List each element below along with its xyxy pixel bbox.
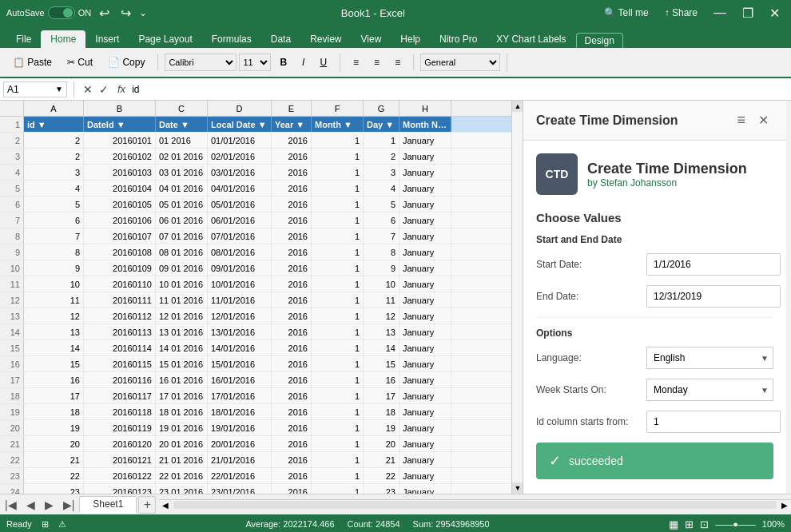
table-row[interactable]: 18172016011717 01 201617/01/20162016117J… xyxy=(0,388,511,404)
undo-icon[interactable]: ↩ xyxy=(96,6,113,21)
cell[interactable]: January xyxy=(399,292,451,308)
cell[interactable]: 1 xyxy=(312,420,364,435)
cell[interactable]: 2016 xyxy=(272,165,312,180)
cell[interactable]: 10 01 2016 xyxy=(156,276,208,292)
cell[interactable]: 2016 xyxy=(272,244,312,260)
cell[interactable]: 4 xyxy=(364,181,399,196)
cell[interactable]: 15/01/2016 xyxy=(208,356,272,371)
start-date-input[interactable] xyxy=(646,253,781,276)
cell[interactable]: 2016 xyxy=(272,133,312,148)
cell[interactable]: 10/01/2016 xyxy=(208,276,272,292)
cell[interactable]: 08/01/2016 xyxy=(208,244,272,260)
cell[interactable]: 7 xyxy=(364,228,399,244)
table-row[interactable]: 872016010707 01 201607/01/2016201617Janu… xyxy=(0,228,511,244)
cell[interactable]: 2016 xyxy=(272,292,312,308)
cell[interactable]: 1 xyxy=(312,212,364,228)
cell[interactable]: 17 xyxy=(24,388,84,403)
cell[interactable]: January xyxy=(399,420,451,435)
cell[interactable]: 20160119 xyxy=(84,420,156,435)
tab-page-layout[interactable]: Page Layout xyxy=(129,30,201,48)
hscroll-thumb[interactable] xyxy=(173,501,777,509)
cell[interactable]: 1 xyxy=(312,165,364,180)
cell[interactable]: 1 xyxy=(312,244,364,260)
id-column-input[interactable] xyxy=(646,411,781,433)
close-btn[interactable]: ✕ xyxy=(765,6,785,21)
cell[interactable]: 11 xyxy=(24,292,84,308)
cell[interactable]: 19/01/2016 xyxy=(208,420,272,435)
cut-btn[interactable]: ✂ Cut xyxy=(61,54,99,70)
cell[interactable]: January xyxy=(399,356,451,371)
add-sheet-btn[interactable]: + xyxy=(138,496,156,514)
autosave-toggle[interactable] xyxy=(48,6,75,19)
paste-btn[interactable]: 📋 Paste xyxy=(6,54,58,70)
cell[interactable]: 1 xyxy=(312,404,364,419)
cell[interactable]: January xyxy=(399,436,451,451)
cell[interactable]: 13/01/2016 xyxy=(208,324,272,339)
cell[interactable]: 12 xyxy=(24,308,84,324)
cell[interactable]: January xyxy=(399,244,451,260)
cell[interactable]: 07 01 2016 xyxy=(156,228,208,244)
cell[interactable]: 12 xyxy=(364,308,399,324)
tab-insert[interactable]: Insert xyxy=(85,30,129,48)
cell[interactable]: January xyxy=(399,372,451,387)
vertical-scrollbar[interactable]: ▲ ▼ xyxy=(511,101,523,494)
cell[interactable]: 14 xyxy=(24,340,84,355)
cell[interactable]: 9 xyxy=(24,260,84,276)
table-row[interactable]: 16152016011515 01 201615/01/20162016115J… xyxy=(0,356,511,372)
cell[interactable]: 04/01/2016 xyxy=(208,181,272,196)
tab-review[interactable]: Review xyxy=(300,30,351,48)
cell[interactable]: January xyxy=(399,340,451,355)
sheet-nav-prev[interactable]: ◀ xyxy=(22,497,40,513)
cell[interactable]: 20160102 xyxy=(84,149,156,164)
table-row[interactable]: 24232016012323 01 201623/01/20162016123J… xyxy=(0,484,511,494)
cell[interactable]: 22 01 2016 xyxy=(156,468,208,483)
cell[interactable]: 2016 xyxy=(272,228,312,244)
cell[interactable]: 11 xyxy=(364,292,399,308)
cell[interactable]: 08 01 2016 xyxy=(156,244,208,260)
cell[interactable]: 12 01 2016 xyxy=(156,308,208,324)
cell[interactable]: 2 xyxy=(24,133,84,148)
table-row[interactable]: 11102016011010 01 201610/01/20162016110J… xyxy=(0,276,511,292)
cell[interactable]: 12/01/2016 xyxy=(208,308,272,324)
cell[interactable]: 23/01/2016 xyxy=(208,484,272,494)
cell[interactable]: 20 01 2016 xyxy=(156,436,208,451)
cell[interactable]: 20160108 xyxy=(84,244,156,260)
table-row[interactable]: 14132016011313 01 201613/01/20162016113J… xyxy=(0,324,511,340)
table-row[interactable]: 21202016012020 01 201620/01/20162016120J… xyxy=(0,436,511,452)
tab-view[interactable]: View xyxy=(352,30,392,48)
cell[interactable]: 2016 xyxy=(272,388,312,403)
formula-input[interactable] xyxy=(132,84,788,95)
cell[interactable]: January xyxy=(399,212,451,228)
cell[interactable]: 2016 xyxy=(272,484,312,494)
cell[interactable]: 6 xyxy=(364,212,399,228)
table-row[interactable]: 1 id ▼ DateId ▼ Date ▼ Local Date ▼ Year… xyxy=(0,117,511,133)
cell[interactable]: 7 xyxy=(24,228,84,244)
cell[interactable]: 2016 xyxy=(272,276,312,292)
cell[interactable]: 20160106 xyxy=(84,212,156,228)
cell[interactable]: 20160101 xyxy=(84,133,156,148)
table-row[interactable]: 15142016011414 01 201614/01/20162016114J… xyxy=(0,340,511,356)
cell[interactable]: 1 xyxy=(312,324,364,339)
cell[interactable]: 20160111 xyxy=(84,292,156,308)
table-row[interactable]: 322016010202 01 201602/01/2016201612Janu… xyxy=(0,149,511,165)
cell[interactable]: 20160103 xyxy=(84,165,156,180)
cell[interactable]: 20160116 xyxy=(84,372,156,387)
cell[interactable]: 01 2016 xyxy=(156,133,208,148)
cell[interactable]: 20160113 xyxy=(84,324,156,339)
sheet-nav-first[interactable]: |◀ xyxy=(0,497,22,513)
tab-xy-chart[interactable]: XY Chart Labels xyxy=(487,30,575,48)
tab-nitro[interactable]: Nitro Pro xyxy=(430,30,487,48)
cell[interactable]: 1 xyxy=(312,388,364,403)
table-row[interactable]: 23222016012222 01 201622/01/20162016122J… xyxy=(0,468,511,484)
cell[interactable]: 21 xyxy=(24,452,84,467)
cell[interactable]: 20160115 xyxy=(84,356,156,371)
cell[interactable]: 1 xyxy=(312,372,364,387)
table-row[interactable]: 1092016010909 01 201609/01/2016201619Jan… xyxy=(0,260,511,276)
cell[interactable]: 20160105 xyxy=(84,197,156,212)
cell[interactable]: 02 01 2016 xyxy=(156,149,208,164)
cell[interactable]: 1 xyxy=(312,356,364,371)
sheet-tab-sheet1[interactable]: Sheet1 xyxy=(79,496,137,514)
cell[interactable]: 21 xyxy=(364,452,399,467)
cell[interactable]: 19 xyxy=(364,420,399,435)
cell[interactable]: 9 xyxy=(364,260,399,276)
